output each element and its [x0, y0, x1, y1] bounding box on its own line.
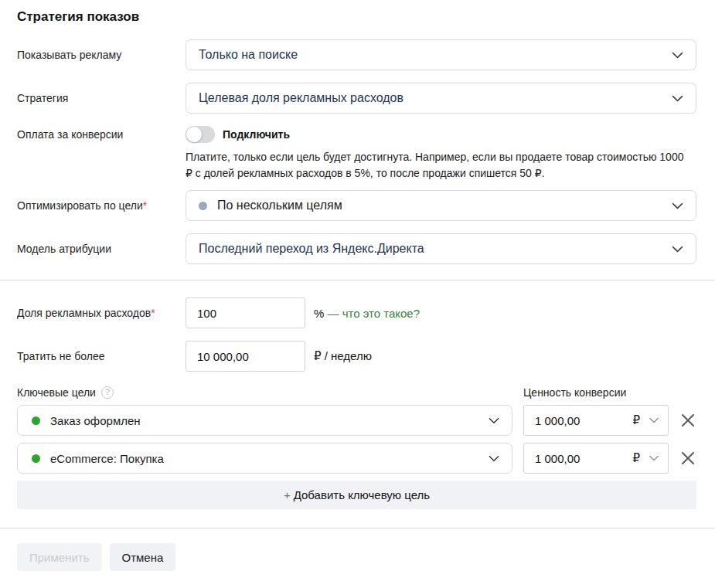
goal-select-1[interactable]: Заказ оформлен: [17, 405, 512, 436]
close-icon: [680, 450, 696, 466]
cost-share-label-text: Доля рекламных расходов: [17, 307, 151, 319]
add-key-goal-button[interactable]: +Добавить ключевую цель: [17, 481, 696, 509]
optimize-goal-selected-value: По нескольким целям: [217, 199, 342, 212]
row-weekly-limit: Тратить не более ₽ / неделю: [17, 341, 696, 372]
currency-picker[interactable]: ₽: [632, 413, 659, 427]
show-ads-label: Показывать рекламу: [17, 49, 186, 62]
cancel-button[interactable]: Отмена: [110, 543, 176, 571]
optimize-goal-label: Оптимизировать по цели*: [17, 199, 186, 212]
chevron-down-icon: [489, 417, 499, 424]
goals-header-row: Ключевые цели ? Ценность конверсии: [17, 386, 696, 399]
pay-for-conversions-toggle[interactable]: [186, 126, 215, 143]
goal-row: eCommerce: Покупка 1 000,00 ₽: [17, 443, 696, 474]
required-asterisk: *: [151, 307, 155, 319]
goal-select-2[interactable]: eCommerce: Покупка: [17, 443, 512, 474]
help-icon[interactable]: ?: [101, 386, 114, 399]
conversion-value: 1 000,00: [535, 414, 632, 427]
optimize-goal-select[interactable]: По нескольким целям: [186, 190, 696, 221]
goal-active-dot-icon: [32, 416, 40, 425]
row-optimize-goal: Оптимизировать по цели* По нескольким це…: [17, 190, 696, 221]
cost-share-label: Доля рекламных расходов*: [17, 307, 186, 320]
weekly-limit-unit: ₽ / неделю: [314, 349, 372, 363]
pay-for-conversions-toggle-label: Подключить: [223, 128, 290, 141]
weekly-limit-label: Тратить не более: [17, 350, 186, 363]
attribution-selected-value: Последний переход из Яндекс.Директа: [199, 242, 424, 256]
weekly-limit-input[interactable]: [186, 341, 305, 372]
chevron-down-icon: [672, 95, 683, 102]
goal-status-dot-icon: [199, 202, 207, 210]
row-strategy: Стратегия Целевая доля рекламных расходо…: [17, 83, 696, 114]
ruble-sign: ₽: [632, 413, 640, 427]
required-asterisk: *: [143, 199, 147, 212]
strategy-selected-value: Целевая доля рекламных расходов: [199, 91, 403, 105]
attribution-select[interactable]: Последний переход из Яндекс.Директа: [186, 233, 696, 264]
cost-share-input[interactable]: [186, 297, 305, 328]
conversion-value: 1 000,00: [535, 452, 632, 465]
add-key-goal-label: Добавить ключевую цель: [294, 488, 430, 501]
key-goals-header: Ключевые цели ?: [17, 386, 512, 399]
chevron-down-icon: [649, 455, 659, 461]
what-is-it-link[interactable]: — что это такое?: [328, 307, 420, 320]
goal-row: Заказ оформлен 1 000,00 ₽: [17, 405, 696, 436]
strategy-select[interactable]: Целевая доля рекламных расходов: [186, 83, 696, 114]
plus-icon: +: [284, 488, 291, 501]
key-goals-header-text: Ключевые цели: [17, 386, 96, 399]
chevron-down-icon: [489, 455, 499, 462]
attribution-label: Модель атрибуции: [17, 243, 186, 256]
remove-goal-button[interactable]: [679, 412, 696, 429]
pay-for-conversions-description: Платите, только если цель будет достигну…: [186, 149, 686, 182]
row-show-ads: Показывать рекламу Только на поиске: [17, 39, 696, 70]
row-pay-for-conversions: Оплата за конверсии Подключить Платите, …: [17, 126, 696, 182]
row-attribution: Модель атрибуции Последний переход из Ян…: [17, 233, 696, 264]
chevron-down-icon: [672, 202, 683, 209]
optimize-goal-label-text: Оптимизировать по цели: [17, 199, 143, 212]
goal-active-dot-icon: [32, 454, 40, 463]
currency-picker[interactable]: ₽: [632, 451, 659, 465]
conversion-value-input-2[interactable]: 1 000,00 ₽: [523, 443, 669, 474]
strategy-label: Стратегия: [17, 92, 186, 105]
toggle-knob: [186, 127, 202, 142]
pay-for-conversions-control: Подключить Платите, только если цель буд…: [186, 126, 686, 182]
footer-divider: [0, 528, 715, 529]
row-cost-share: Доля рекламных расходов* % — что это так…: [17, 297, 696, 328]
close-icon: [680, 413, 696, 428]
goal-selected-value: Заказ оформлен: [50, 414, 141, 427]
show-ads-selected-value: Только на поиске: [199, 48, 298, 62]
ruble-sign: ₽: [632, 451, 640, 465]
page-title: Стратегия показов: [17, 0, 696, 25]
section-divider: [0, 280, 715, 280]
conversion-value-header: Ценность конверсии: [523, 386, 669, 399]
goal-selected-value: eCommerce: Покупка: [50, 452, 164, 465]
footer-actions: Применить Отмена: [17, 543, 696, 571]
cost-share-unit: % — что это такое?: [314, 307, 420, 320]
chevron-down-icon: [672, 52, 683, 59]
apply-button[interactable]: Применить: [17, 543, 102, 571]
pay-for-conversions-label: Оплата за конверсии: [17, 126, 186, 141]
conversion-value-input-1[interactable]: 1 000,00 ₽: [523, 405, 669, 436]
strategy-settings-panel: Стратегия показов Показывать рекламу Тол…: [0, 0, 715, 571]
remove-goal-button[interactable]: [679, 450, 696, 467]
chevron-down-icon: [649, 417, 659, 423]
chevron-down-icon: [672, 246, 683, 253]
show-ads-select[interactable]: Только на поиске: [186, 39, 696, 70]
percent-sign: %: [314, 307, 324, 320]
